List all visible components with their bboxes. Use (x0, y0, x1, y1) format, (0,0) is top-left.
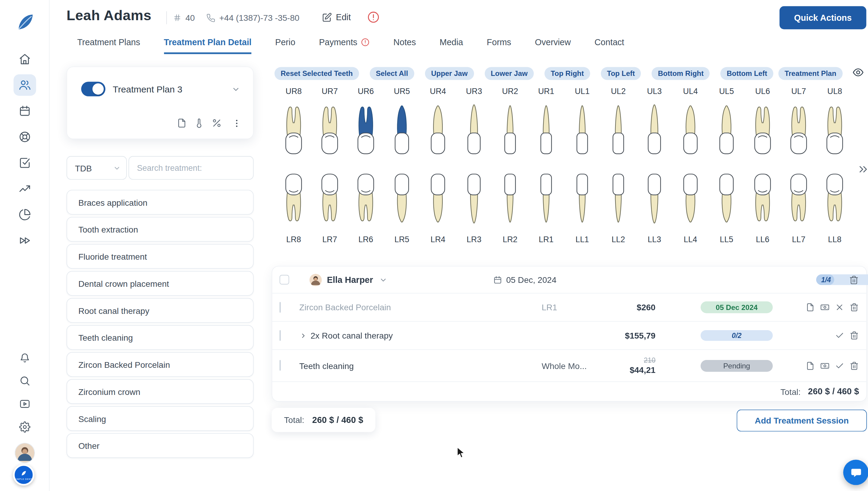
thermometer-icon[interactable] (194, 118, 205, 128)
treatment-list-item[interactable]: Root canal therapy (66, 298, 254, 323)
tooth-UL4[interactable] (672, 103, 708, 156)
tooth-LR1[interactable] (528, 172, 564, 225)
payment-icon[interactable] (820, 361, 830, 371)
tooth-LR7[interactable] (312, 172, 348, 225)
tooth-UR1[interactable] (528, 103, 564, 156)
tooth-LL6[interactable] (745, 172, 781, 225)
tooth-UR5[interactable] (384, 103, 420, 156)
tab-media[interactable]: Media (440, 37, 463, 54)
checkbox[interactable] (280, 330, 281, 341)
tooth-label-LR3[interactable]: LR3 (456, 234, 492, 245)
tooth-UR2[interactable] (492, 103, 528, 156)
tooth-label-LL7[interactable]: LL7 (781, 234, 817, 245)
sidebar-item-analytics[interactable] (13, 178, 36, 199)
tooth-UL2[interactable] (600, 103, 637, 156)
sidebar-item-support[interactable] (13, 126, 36, 148)
treatment-list-item[interactable]: Tooth extraction (66, 217, 254, 241)
tooth-LL3[interactable] (636, 172, 672, 225)
checkbox[interactable] (280, 301, 281, 312)
sidebar-item-patients[interactable] (13, 75, 36, 96)
treatment-list-item[interactable]: Teeth cleaning (66, 325, 254, 350)
app-logo[interactable] (15, 12, 35, 35)
tooth-LR6[interactable] (348, 172, 384, 225)
chevron-down-icon[interactable] (379, 275, 388, 284)
tooth-UL7[interactable] (781, 103, 817, 156)
tooth-label-UR4[interactable]: UR4 (420, 86, 456, 97)
payment-icon[interactable] (820, 302, 830, 312)
file-icon[interactable] (805, 302, 815, 312)
tooth-label-UL2[interactable]: UL2 (600, 86, 637, 97)
delete-session-icon[interactable] (849, 275, 859, 285)
sidebar-item-tutorials[interactable] (19, 398, 30, 412)
expand-panel-icon[interactable] (857, 163, 868, 175)
tooth-LL4[interactable] (672, 172, 708, 225)
tooth-LL8[interactable] (817, 172, 853, 225)
chat-widget-badge[interactable]: SIMPLE DENT (13, 464, 34, 486)
confirm-icon[interactable] (835, 331, 844, 340)
checkbox[interactable] (280, 360, 281, 371)
tooth-LL1[interactable] (564, 172, 600, 225)
treatment-list-item[interactable]: Braces application (66, 190, 254, 214)
treatment-row[interactable]: Zircon Backed PorcelainLR1$26005 Dec 202… (272, 293, 866, 321)
tooth-UL5[interactable] (708, 103, 745, 156)
tooth-LR5[interactable] (384, 172, 420, 225)
tooth-label-UL3[interactable]: UL3 (636, 86, 672, 97)
filter-chip-top-left[interactable]: Top Left (601, 67, 641, 80)
add-treatment-session-button[interactable]: Add Treatment Session (736, 410, 867, 432)
expand-icon[interactable] (299, 331, 307, 340)
tooth-label-LR2[interactable]: LR2 (492, 234, 528, 245)
treatment-plan-chip[interactable]: Treatment Plan (779, 67, 843, 80)
session-date[interactable]: 05 Dec, 2024 (506, 275, 556, 285)
sidebar-item-search[interactable] (19, 375, 30, 389)
tooth-UR6[interactable] (348, 103, 384, 156)
tab-perio[interactable]: Perio (275, 37, 296, 54)
tab-contact[interactable]: Contact (594, 37, 624, 54)
tooth-label-UL7[interactable]: UL7 (781, 86, 817, 97)
filter-chip-reset-selected-teeth[interactable]: Reset Selected Teeth (275, 67, 359, 80)
treatment-row[interactable]: Teeth cleaningWhole Mo...210$44,21Pendin… (272, 349, 866, 381)
sidebar-item-reports[interactable] (13, 204, 36, 225)
treatment-list-item[interactable]: Dental crown placement (66, 271, 254, 296)
tooth-LR4[interactable] (420, 172, 456, 225)
sidebar-item-settings[interactable] (19, 422, 30, 435)
percent-icon[interactable] (211, 118, 222, 128)
tab-treatment-plan-detail[interactable]: Treatment Plan Detail (164, 37, 252, 54)
treatment-list-item[interactable]: Zircon Backed Porcelain (66, 352, 254, 377)
chat-launcher-button[interactable] (843, 460, 868, 485)
tooth-label-UL1[interactable]: UL1 (564, 86, 600, 97)
tooth-label-UR7[interactable]: UR7 (312, 86, 348, 97)
tooth-label-LL5[interactable]: LL5 (708, 234, 745, 245)
tooth-UR7[interactable] (312, 103, 348, 156)
file-icon[interactable] (176, 118, 187, 128)
treatment-list-item[interactable]: Zirconium crown (66, 379, 254, 404)
sidebar-item-notifications[interactable] (19, 352, 30, 366)
tooth-UL3[interactable] (636, 103, 672, 156)
tooth-LL2[interactable] (600, 172, 637, 225)
kebab-icon[interactable] (232, 118, 242, 128)
tooth-label-UR2[interactable]: UR2 (492, 86, 528, 97)
tooth-label-LR1[interactable]: LR1 (528, 234, 564, 245)
quick-actions-button[interactable]: Quick Actions (779, 6, 866, 30)
tooth-label-UL5[interactable]: UL5 (708, 86, 745, 97)
tooth-label-UR3[interactable]: UR3 (456, 86, 492, 97)
tooth-label-UL8[interactable]: UL8 (817, 86, 853, 97)
treatment-search-input[interactable] (129, 156, 253, 180)
user-avatar[interactable] (15, 443, 34, 463)
sidebar-item-home[interactable] (13, 49, 36, 70)
tooth-label-UR6[interactable]: UR6 (348, 86, 384, 97)
tab-payments[interactable]: Payments (319, 37, 369, 54)
tooth-label-LR8[interactable]: LR8 (276, 234, 312, 245)
treatment-list-item[interactable]: Fluoride treatment (66, 244, 254, 269)
tooth-LL5[interactable] (708, 172, 745, 225)
tooth-UL1[interactable] (564, 103, 600, 156)
tooth-label-LL8[interactable]: LL8 (817, 234, 853, 245)
filter-chip-lower-jaw[interactable]: Lower Jaw (485, 67, 534, 80)
chevron-down-icon[interactable] (231, 84, 241, 94)
delete-icon[interactable] (849, 302, 859, 312)
confirm-icon[interactable] (835, 361, 844, 371)
tooth-label-LL6[interactable]: LL6 (745, 234, 781, 245)
treatment-row[interactable]: 2x Root canal therapy$155,790/2 (272, 321, 866, 349)
tooth-UR3[interactable] (456, 103, 492, 156)
tooth-LR3[interactable] (456, 172, 492, 225)
tooth-label-LL2[interactable]: LL2 (600, 234, 637, 245)
